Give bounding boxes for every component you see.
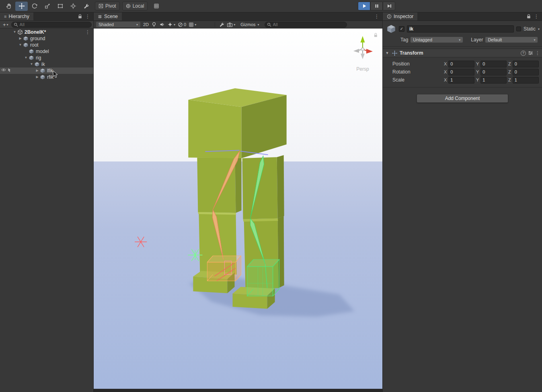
local-axis-icon — [126, 4, 131, 8]
gameobject-header: ✓ Static ▾ — [383, 21, 542, 34]
scene-menu-icon[interactable]: ⋮ — [374, 14, 379, 19]
hierarchy-menu-icon[interactable]: ⋮ — [85, 14, 90, 19]
static-checkbox[interactable] — [516, 27, 521, 31]
rect-tool-button[interactable] — [54, 2, 66, 11]
inspector-lock-icon[interactable] — [527, 14, 531, 19]
transform-menu-icon[interactable]: ⋮ — [535, 51, 540, 55]
scale-z-field[interactable] — [513, 77, 539, 84]
camera-settings-button[interactable]: ▾ — [227, 22, 235, 27]
tool-settings-button[interactable] — [219, 22, 224, 27]
chevron-down-icon: ▾ — [234, 23, 235, 27]
scene-effects-button[interactable]: ▾ — [167, 22, 175, 27]
inspector-tab-bar: Inspector ⋮ — [383, 12, 542, 21]
rotate-tool-button[interactable] — [28, 2, 41, 11]
help-icon[interactable]: ? — [521, 51, 526, 56]
scene-lighting-button[interactable] — [151, 22, 157, 27]
step-icon — [386, 3, 392, 9]
custom-tool-button[interactable] — [80, 2, 92, 11]
visibility-slash-icon — [178, 22, 183, 27]
item-label: rfik — [47, 74, 53, 80]
transform-component-header[interactable]: ▼ Transform ? ⋮ — [383, 49, 542, 57]
visibility-eye-icon[interactable] — [1, 68, 6, 72]
gameobject-cube-icon[interactable] — [386, 24, 396, 34]
tab-scene[interactable]: Scene — [94, 12, 122, 20]
presets-icon[interactable] — [528, 51, 533, 55]
local-toggle-button[interactable]: Local — [122, 2, 148, 10]
scene-audio-button[interactable] — [159, 22, 165, 27]
hierarchy-lock-icon[interactable] — [78, 14, 82, 19]
hierarchy-search-box[interactable] — [11, 22, 92, 28]
rotation-y-field[interactable] — [480, 69, 507, 76]
create-dropdown-arrow-icon: ▾ — [7, 23, 8, 27]
pivot-icon — [99, 4, 103, 8]
scale-tool-button[interactable] — [41, 2, 53, 11]
draw-mode-dropdown[interactable]: Shaded ▾ — [96, 21, 141, 28]
scale-label: Scale — [392, 77, 444, 83]
pause-button[interactable] — [370, 2, 383, 10]
layer-dropdown[interactable]: Default ▾ — [485, 37, 538, 43]
tag-dropdown[interactable]: Untagged ▾ — [410, 37, 463, 43]
hierarchy-item-root[interactable]: ▼ root — [0, 42, 93, 48]
scene-foldout-icon[interactable]: ▼ — [12, 29, 17, 35]
transform-tool-button[interactable] — [67, 2, 79, 11]
scene-viewport[interactable]: Persp — [94, 29, 382, 389]
pickability-icon[interactable] — [7, 68, 12, 72]
scene-3d-render: Persp — [94, 29, 382, 389]
rotation-x-field[interactable] — [448, 69, 474, 76]
hierarchy-item-ground[interactable]: ▶ ground — [0, 35, 93, 42]
position-x-field[interactable] — [448, 61, 474, 67]
add-component-button[interactable]: Add Component — [417, 94, 508, 103]
tab-hierarchy[interactable]: ≡ Hierarchy — [0, 12, 33, 20]
hierarchy-item-model[interactable]: model — [0, 48, 93, 55]
static-dropdown-arrow-icon[interactable]: ▾ — [538, 27, 540, 31]
tag-value: Untagged — [413, 37, 457, 42]
hidden-objects-button[interactable]: 0 — [178, 22, 186, 27]
hierarchy-item-rfik[interactable]: ▶ rfik — [0, 74, 93, 80]
gameobject-name-field[interactable] — [407, 25, 514, 33]
rotate-tool-icon — [31, 3, 38, 9]
scene-panel: Scene ⋮ Shaded ▾ 2D — [94, 12, 382, 392]
scene-search-input[interactable] — [273, 22, 345, 27]
step-button[interactable] — [383, 2, 395, 10]
scene-row-menu-icon[interactable]: ⋮ — [85, 30, 90, 35]
foldout-icon[interactable]: ▼ — [29, 61, 34, 67]
pivot-toggle-button[interactable]: Pivot — [95, 2, 120, 10]
move-tool-button[interactable] — [15, 2, 28, 11]
scene-root-row[interactable]: ▼ 2BoneIK* ⋮ — [0, 29, 93, 35]
create-object-button[interactable]: + ▾ — [2, 22, 10, 28]
foldout-icon[interactable]: ▶ — [18, 35, 23, 42]
perspective-label[interactable]: Persp — [356, 66, 369, 72]
position-y-field[interactable] — [480, 61, 507, 67]
play-button[interactable] — [358, 2, 370, 10]
foldout-icon[interactable]: ▼ — [18, 42, 23, 48]
hand-tool-button[interactable] — [2, 2, 15, 11]
scale-x-field[interactable] — [448, 77, 474, 84]
grid-snapping-button[interactable] — [150, 2, 162, 11]
wrench-icon — [219, 22, 224, 27]
scene-grid-button[interactable]: ▾ — [189, 22, 196, 27]
z-label: Z — [508, 69, 511, 74]
gizmos-dropdown[interactable]: Gizmos ▾ — [238, 21, 262, 28]
hierarchy-search-input[interactable] — [20, 22, 89, 27]
foldout-icon[interactable]: ▶ — [35, 67, 40, 74]
inspector-menu-icon[interactable]: ⋮ — [534, 14, 539, 19]
transform-foldout-icon[interactable]: ▼ — [385, 51, 390, 55]
hierarchy-item-ik[interactable]: ▼ ik — [0, 61, 93, 67]
play-icon — [361, 3, 367, 9]
hierarchy-item-lfik[interactable]: ▶ lfik — [0, 67, 93, 74]
position-row: Position X Y Z — [383, 60, 542, 68]
rotation-z-field[interactable] — [513, 69, 539, 76]
foldout-icon[interactable]: ▶ — [35, 74, 40, 80]
active-checkbox[interactable]: ✓ — [399, 26, 404, 32]
scale-y-field[interactable] — [480, 77, 507, 84]
foldout-icon[interactable]: ▼ — [23, 55, 29, 61]
hierarchy-item-rig[interactable]: ▼ rig — [0, 55, 93, 61]
tab-inspector[interactable]: Inspector — [383, 12, 417, 20]
scene-search-box[interactable] — [265, 22, 347, 28]
2d-toggle-button[interactable]: 2D — [143, 22, 149, 27]
toolbar-divider — [215, 22, 215, 27]
chevron-down-icon: ▾ — [195, 23, 196, 27]
item-label: ik — [41, 61, 45, 67]
add-component-label: Add Component — [445, 96, 480, 101]
position-z-field[interactable] — [513, 61, 539, 67]
